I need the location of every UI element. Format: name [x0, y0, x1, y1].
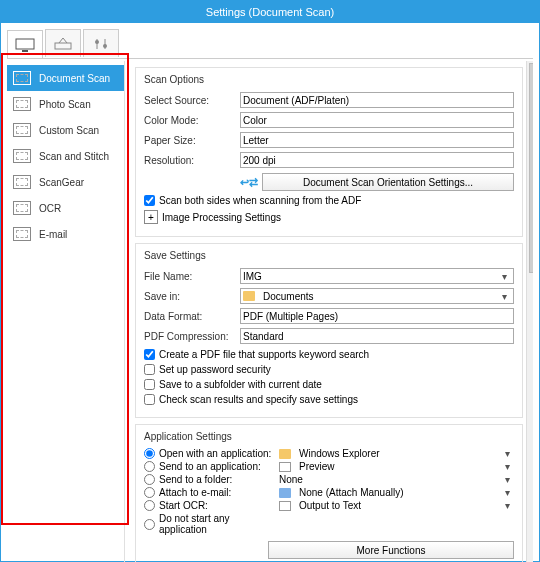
- file-name-label: File Name:: [144, 271, 240, 282]
- save-in-combo[interactable]: Documents▾: [240, 288, 514, 304]
- preview-icon: [279, 462, 291, 472]
- body: Document Scan Photo Scan Custom Scan Sca…: [7, 61, 533, 562]
- monitor-icon: [15, 38, 35, 52]
- chevron-down-icon: ▾: [497, 271, 511, 282]
- titlebar: Settings (Document Scan): [1, 1, 539, 23]
- scangear-icon: [13, 175, 31, 189]
- sliders-icon: [91, 37, 111, 51]
- open-with-app-label: Open with an application:: [159, 448, 275, 459]
- paper-size-dropdown[interactable]: Letter: [240, 132, 514, 148]
- send-to-app-combo[interactable]: Preview▾: [279, 461, 514, 472]
- folder-icon: [279, 449, 291, 459]
- chevron-down-icon: ▾: [500, 500, 514, 511]
- resolution-dropdown[interactable]: 200 dpi: [240, 152, 514, 168]
- attach-email-label: Attach to e-mail:: [159, 487, 275, 498]
- pdf-compression-label: PDF Compression:: [144, 331, 240, 342]
- sidebar-item-scangear[interactable]: ScanGear: [7, 169, 124, 195]
- start-ocr-radio[interactable]: [144, 500, 155, 511]
- svg-rect-0: [16, 39, 34, 49]
- send-to-app-radio[interactable]: [144, 461, 155, 472]
- paper-size-label: Paper Size:: [144, 135, 240, 146]
- data-format-label: Data Format:: [144, 311, 240, 322]
- scrollbar[interactable]: [526, 61, 533, 562]
- sidebar-item-ocr[interactable]: OCR: [7, 195, 124, 221]
- reset-icon[interactable]: ↩⇄: [240, 176, 258, 189]
- do-not-start-label: Do not start any application: [159, 513, 275, 535]
- sidebar-item-document-scan[interactable]: Document Scan: [7, 65, 124, 91]
- color-mode-label: Color Mode:: [144, 115, 240, 126]
- subfolder-date-label: Save to a subfolder with current date: [159, 379, 322, 390]
- save-in-label: Save in:: [144, 291, 240, 302]
- application-settings-heading: Application Settings: [144, 431, 514, 442]
- check-results-checkbox[interactable]: [144, 394, 155, 405]
- photo-scan-icon: [13, 97, 31, 111]
- send-to-folder-combo[interactable]: None▾: [279, 474, 514, 485]
- more-functions-button[interactable]: More Functions: [268, 541, 514, 559]
- sidebar-item-label: Photo Scan: [39, 99, 91, 110]
- chevron-down-icon: ▾: [497, 291, 511, 302]
- subfolder-date-checkbox[interactable]: [144, 379, 155, 390]
- sidebar-item-custom-scan[interactable]: Custom Scan: [7, 117, 124, 143]
- content: Document Scan Photo Scan Custom Scan Sca…: [1, 23, 539, 562]
- scan-stitch-icon: [13, 149, 31, 163]
- save-settings-section: Save Settings File Name:IMG▾ Save in:Doc…: [135, 243, 523, 418]
- email-icon: [13, 227, 31, 241]
- chevron-down-icon: ▾: [500, 487, 514, 498]
- top-tabbar: [7, 29, 533, 59]
- do-not-start-radio[interactable]: [144, 519, 155, 530]
- sidebar: Document Scan Photo Scan Custom Scan Sca…: [7, 61, 125, 562]
- open-with-app-radio[interactable]: [144, 448, 155, 459]
- top-tab-save[interactable]: [45, 29, 81, 57]
- mail-icon: [279, 488, 291, 498]
- scan-options-section: Scan Options Select Source:Document (ADF…: [135, 67, 523, 237]
- svg-point-5: [95, 40, 99, 44]
- chevron-down-icon: ▾: [500, 474, 514, 485]
- sidebar-item-email[interactable]: E-mail: [7, 221, 124, 247]
- send-to-app-label: Send to an application:: [159, 461, 275, 472]
- attach-email-combo[interactable]: None (Attach Manually)▾: [279, 487, 514, 498]
- send-to-folder-label: Send to a folder:: [159, 474, 275, 485]
- folder-icon: [243, 291, 255, 301]
- chevron-down-icon: ▾: [500, 461, 514, 472]
- send-to-folder-radio[interactable]: [144, 474, 155, 485]
- top-tab-prefs[interactable]: [83, 29, 119, 57]
- resolution-label: Resolution:: [144, 155, 240, 166]
- sidebar-item-label: Scan and Stitch: [39, 151, 109, 162]
- check-results-label: Check scan results and specify save sett…: [159, 394, 358, 405]
- color-mode-dropdown[interactable]: Color: [240, 112, 514, 128]
- open-with-app-combo[interactable]: Windows Explorer▾: [279, 448, 514, 459]
- pdf-keyword-checkbox[interactable]: [144, 349, 155, 360]
- scanner-icon: [53, 37, 73, 51]
- sidebar-item-label: ScanGear: [39, 177, 84, 188]
- ocr-icon: [13, 201, 31, 215]
- document-scan-icon: [13, 71, 31, 85]
- scrollbar-thumb[interactable]: [529, 63, 533, 273]
- settings-window: Settings (Document Scan) Document Scan P…: [0, 0, 540, 562]
- start-ocr-label: Start OCR:: [159, 500, 275, 511]
- scan-both-sides-label: Scan both sides when scanning from the A…: [159, 195, 361, 206]
- scan-both-sides-checkbox[interactable]: [144, 195, 155, 206]
- image-processing-label: Image Processing Settings: [162, 212, 281, 223]
- attach-email-radio[interactable]: [144, 487, 155, 498]
- orientation-settings-button[interactable]: Document Scan Orientation Settings...: [262, 173, 514, 191]
- chevron-down-icon: ▾: [500, 448, 514, 459]
- sidebar-item-photo-scan[interactable]: Photo Scan: [7, 91, 124, 117]
- application-settings-section: Application Settings Open with an applic…: [135, 424, 523, 562]
- password-security-checkbox[interactable]: [144, 364, 155, 375]
- sidebar-item-label: E-mail: [39, 229, 67, 240]
- start-ocr-combo[interactable]: Output to Text▾: [279, 500, 514, 511]
- svg-point-6: [103, 44, 107, 48]
- scan-options-heading: Scan Options: [144, 74, 514, 85]
- pdf-keyword-label: Create a PDF file that supports keyword …: [159, 349, 369, 360]
- top-tab-scan[interactable]: [7, 30, 43, 58]
- data-format-dropdown[interactable]: PDF (Multiple Pages): [240, 308, 514, 324]
- custom-scan-icon: [13, 123, 31, 137]
- text-icon: [279, 501, 291, 511]
- select-source-dropdown[interactable]: Document (ADF/Platen): [240, 92, 514, 108]
- pdf-compression-dropdown[interactable]: Standard: [240, 328, 514, 344]
- sidebar-item-label: Document Scan: [39, 73, 110, 84]
- file-name-combo[interactable]: IMG▾: [240, 268, 514, 284]
- expand-image-processing[interactable]: +: [144, 210, 158, 224]
- sidebar-item-scan-and-stitch[interactable]: Scan and Stitch: [7, 143, 124, 169]
- sidebar-item-label: Custom Scan: [39, 125, 99, 136]
